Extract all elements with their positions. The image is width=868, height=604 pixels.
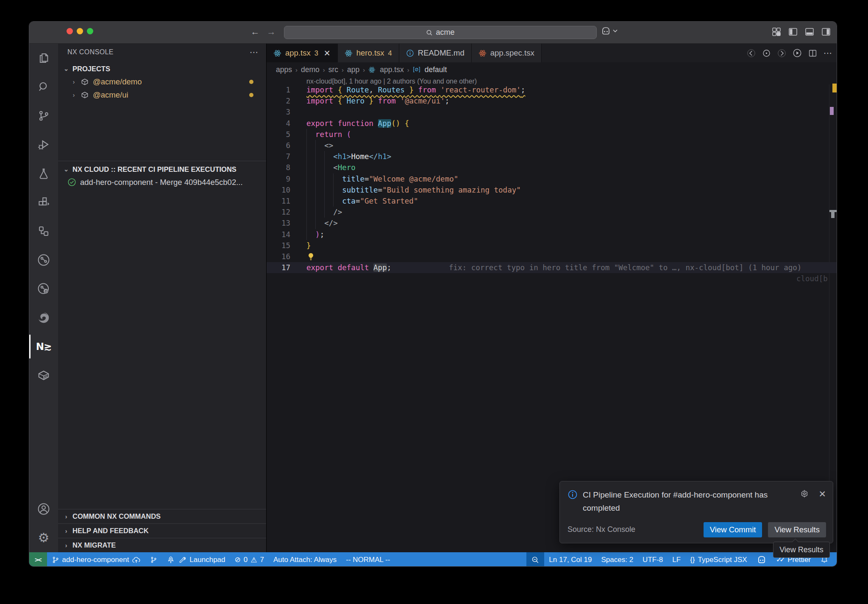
section-nx-migrate[interactable]: › NX MIGRATE: [58, 538, 266, 552]
close-window-button[interactable]: [67, 28, 73, 34]
breadcrumb-item[interactable]: src: [328, 65, 338, 74]
sidebar-more-actions-icon[interactable]: ⋯: [250, 47, 259, 57]
workspace-icon[interactable]: [29, 217, 58, 246]
view-commit-button[interactable]: View Commit: [704, 522, 762, 537]
copilot-icon: [757, 555, 767, 564]
notification-close-icon[interactable]: ✕: [818, 489, 826, 499]
code-line[interactable]: 16: [267, 251, 837, 262]
auto-attach-item[interactable]: Auto Attach: Always: [269, 552, 341, 567]
code-line[interactable]: 5 return (: [267, 129, 837, 140]
tab-app-spec-tsx[interactable]: app.spec.tsx: [472, 44, 542, 62]
cursor-position-item[interactable]: Ln 17, Col 19: [544, 552, 596, 567]
more-actions-icon[interactable]: ⋯: [823, 48, 832, 58]
breadcrumb-separator: ›: [407, 66, 409, 73]
code-line[interactable]: 9 title="Welcome @acme/demo": [267, 173, 837, 185]
nx-graph-search-icon[interactable]: [29, 274, 58, 303]
zoom-indicator[interactable]: [526, 552, 544, 567]
source-control-icon[interactable]: [29, 101, 58, 130]
breadcrumb-item[interactable]: app.tsx: [380, 65, 403, 74]
breadcrumb-item[interactable]: apps: [276, 65, 292, 74]
search-icon: [426, 29, 433, 36]
edge-browser-icon[interactable]: [29, 303, 58, 332]
code-line[interactable]: 8 <Hero: [267, 162, 837, 173]
code-line[interactable]: 11 cta="Get Started": [267, 196, 837, 207]
code-line[interactable]: 4export function App() {: [267, 118, 837, 129]
language-mode-item[interactable]: {} TypeScript JSX: [685, 552, 752, 567]
toggle-panel-icon[interactable]: [805, 27, 814, 36]
section-help-and-feedback[interactable]: › HELP AND FEEDBACK: [58, 523, 266, 538]
code-line[interactable]: 12 />: [267, 207, 837, 218]
code-line[interactable]: 3: [267, 106, 837, 117]
project-item-acme-ui[interactable]: › @acme/ui: [58, 88, 266, 101]
line-number: 12: [267, 207, 290, 218]
nav-back-icon[interactable]: [747, 49, 756, 58]
code-line[interactable]: 15}: [267, 240, 837, 251]
tab-hero-tsx[interactable]: hero.tsx 4: [338, 44, 399, 62]
notification-settings-gear-icon[interactable]: [800, 489, 809, 498]
code-line[interactable]: 17export default App;fix: correct typo i…: [267, 262, 837, 273]
tab-app-tsx[interactable]: app.tsx 3 ✕: [267, 44, 338, 62]
chevron-right-icon: ›: [63, 528, 69, 534]
code-line[interactable]: 14 );: [267, 229, 837, 240]
line-number: 4: [267, 118, 290, 129]
indentation-item[interactable]: Spaces: 2: [597, 552, 638, 567]
project-item-acme-demo[interactable]: › @acme/demo: [58, 75, 266, 88]
pipeline-execution-item[interactable]: add-hero-component - Merge 409b44e5cb02.…: [58, 176, 266, 189]
run-debug-icon[interactable]: [29, 130, 58, 159]
minimize-window-button[interactable]: [77, 28, 83, 34]
close-tab-icon[interactable]: ✕: [324, 48, 331, 58]
code-line[interactable]: 7 <h1>Home</h1>: [267, 151, 837, 162]
code-line[interactable]: 10 subtitle="Build something amazing tod…: [267, 185, 837, 196]
container-icon[interactable]: [29, 361, 58, 390]
breadcrumb-item[interactable]: default: [425, 65, 447, 74]
view-results-button[interactable]: View Results: [768, 522, 826, 537]
sync-status-item[interactable]: [145, 552, 162, 567]
toggle-sidebar-left-icon[interactable]: [788, 27, 798, 36]
branch-item[interactable]: add-hero-component: [47, 552, 146, 567]
remote-indicator[interactable]: ><: [29, 552, 47, 567]
launchpad-item[interactable]: Launchpad: [162, 552, 230, 567]
code-line[interactable]: 1import { Route, Routes } from 'react-ro…: [267, 84, 837, 95]
copilot-menu[interactable]: [601, 26, 618, 36]
history-forward-button[interactable]: →: [265, 27, 278, 37]
copilot-icon: [601, 26, 611, 36]
nx-graph-icon[interactable]: [29, 246, 58, 274]
section-common-nx-commands[interactable]: › COMMON NX COMMANDS: [58, 509, 266, 523]
code-line[interactable]: 13 </>: [267, 218, 837, 229]
breadcrumb-item[interactable]: demo: [301, 65, 320, 74]
rocket-icon: [167, 556, 175, 564]
problems-item[interactable]: ⊘ 0 ⚠ 7: [230, 552, 269, 567]
nx-console-icon[interactable]: N≳: [29, 332, 58, 361]
line-number: 2: [267, 95, 290, 106]
maximize-window-button[interactable]: [87, 28, 93, 34]
project-label: @acme/ui: [93, 90, 128, 100]
history-back-button[interactable]: ←: [249, 27, 262, 37]
run-file-icon[interactable]: [793, 48, 802, 58]
nav-target-icon[interactable]: [762, 49, 771, 58]
nx-cloud-section-header[interactable]: ⌄ NX CLOUD :: RECENT CI PIPELINE EXECUTI…: [58, 163, 266, 176]
extensions-icon[interactable]: [29, 188, 58, 217]
vim-mode-item[interactable]: -- NORMAL --: [341, 552, 395, 567]
code-line[interactable]: 2import { Hero } from '@acme/ui';: [267, 95, 837, 106]
account-icon[interactable]: [29, 495, 58, 523]
breadcrumb[interactable]: apps›demo›src›app›app.tsx›default: [267, 62, 837, 77]
split-editor-icon[interactable]: [808, 49, 817, 58]
line-number: 6: [267, 140, 290, 151]
command-center-search[interactable]: acme: [284, 26, 597, 39]
tab-readme-md[interactable]: README.md: [399, 44, 472, 62]
customize-layout-icon[interactable]: [772, 27, 781, 36]
testing-icon[interactable]: [29, 159, 58, 188]
explorer-icon[interactable]: [29, 44, 58, 73]
toggle-sidebar-right-icon[interactable]: [821, 27, 831, 36]
settings-gear-icon[interactable]: ⚙: [29, 523, 58, 552]
eol-item[interactable]: LF: [668, 552, 685, 567]
copilot-status-item[interactable]: [752, 552, 771, 567]
code-line[interactable]: 6 <>: [267, 140, 837, 151]
line-number: 8: [267, 162, 290, 173]
package-icon: [81, 78, 89, 86]
projects-section-header[interactable]: ⌄ PROJECTS: [58, 62, 266, 75]
encoding-item[interactable]: UTF-8: [638, 552, 668, 567]
breadcrumb-item[interactable]: app: [347, 65, 359, 74]
search-icon[interactable]: [29, 73, 58, 101]
nav-forward-icon[interactable]: [777, 49, 786, 58]
